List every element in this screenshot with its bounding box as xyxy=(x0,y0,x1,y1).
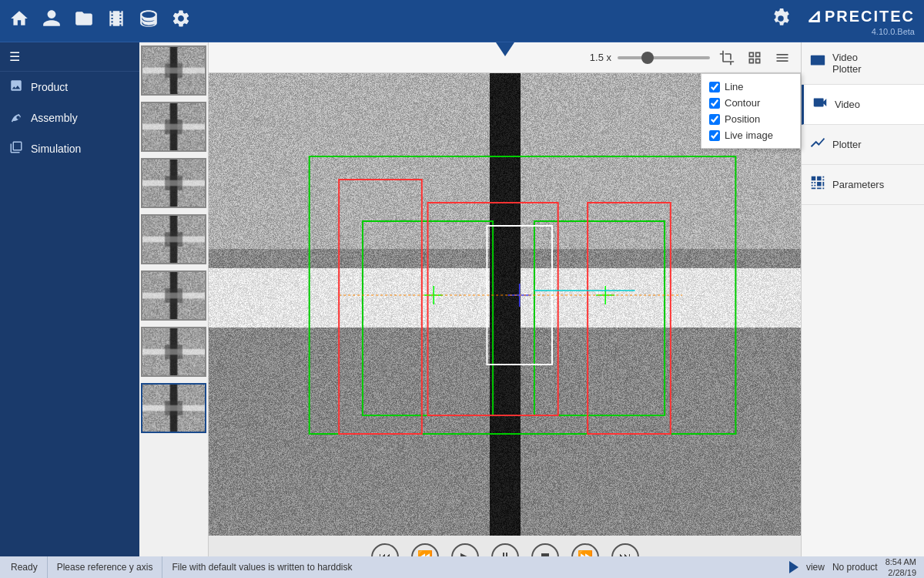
sidebar-item-assembly[interactable]: Assembly xyxy=(0,102,139,133)
sidebar-item-simulation[interactable]: Simulation xyxy=(0,133,139,164)
database-icon[interactable] xyxy=(139,8,159,33)
simulation-icon xyxy=(9,140,23,157)
thumbnail-6[interactable] xyxy=(141,383,206,433)
thumbnail-5[interactable] xyxy=(141,327,206,377)
home-icon[interactable] xyxy=(9,8,29,33)
status-reference: Please reference y axis xyxy=(48,556,163,578)
thumbnail-0[interactable] xyxy=(141,45,206,96)
live-image-label: Live image xyxy=(725,129,773,141)
status-product-label: No product xyxy=(832,562,878,573)
video-plotter-label: VideoPlotter xyxy=(832,52,862,75)
header-nav xyxy=(9,8,191,33)
settings-icon[interactable] xyxy=(171,8,191,33)
sidebar-toggle[interactable]: ☰ xyxy=(0,42,139,72)
header: ⊿ PRECITEC 4.10.0.Beta xyxy=(0,0,924,42)
sidebar-item-product-label: Product xyxy=(31,81,68,93)
zoom-slider[interactable] xyxy=(618,56,710,59)
thumbnail-1[interactable] xyxy=(141,102,206,152)
thumbnail-strip xyxy=(139,42,209,578)
main-layout: ☰ Product Assembly Simulation xyxy=(0,42,924,578)
right-panel-video[interactable]: Video xyxy=(802,85,924,125)
film-icon[interactable] xyxy=(106,8,126,33)
right-panel-video-plotter[interactable]: VideoPlotter xyxy=(802,42,924,85)
sidebar: ☰ Product Assembly Simulation xyxy=(0,42,139,578)
position-label: Position xyxy=(725,113,760,125)
logo-container: ⊿ PRECITEC 4.10.0.Beta xyxy=(806,5,915,36)
position-checkbox[interactable] xyxy=(709,114,720,125)
plotter-label: Plotter xyxy=(832,139,862,150)
thumbnail-2[interactable] xyxy=(141,158,206,208)
overlay-dropdown: Line Contour Position Live image xyxy=(701,73,801,149)
user-icon[interactable] xyxy=(42,8,62,33)
sidebar-item-assembly-label: Assembly xyxy=(31,112,78,124)
content-area: 1.5 x Line Contour xyxy=(209,42,801,578)
version-text: 4.10.0.Beta xyxy=(806,27,915,36)
status-bar: Ready Please reference y axis File with … xyxy=(0,556,924,578)
live-image-checkbox[interactable] xyxy=(709,130,720,141)
status-arrow-icon xyxy=(789,561,798,573)
video-plotter-icon xyxy=(809,53,826,74)
product-icon xyxy=(9,79,23,96)
dropdown-contour-row: Contour xyxy=(709,95,792,111)
dropdown-line-row: Line xyxy=(709,79,792,95)
crop-button[interactable] xyxy=(716,47,738,69)
logo-text: PRECITEC xyxy=(825,8,915,25)
thumbnail-4[interactable] xyxy=(141,271,206,321)
video-label: Video xyxy=(835,99,860,110)
camera-icon[interactable] xyxy=(771,8,791,33)
dropdown-position-row: Position xyxy=(709,111,792,127)
status-right: view No product 8:54 AM 2/28/19 xyxy=(789,556,916,578)
parameters-icon xyxy=(809,174,826,195)
grid-button[interactable] xyxy=(744,47,765,69)
right-panel: VideoPlotter Video Plotter Parameters xyxy=(801,42,924,578)
assembly-icon xyxy=(9,109,23,126)
contour-label: Contour xyxy=(725,97,760,109)
video-icon xyxy=(812,94,829,115)
plotter-icon xyxy=(809,134,826,155)
dropdown-liveimage-row: Live image xyxy=(709,127,792,143)
folder-icon[interactable] xyxy=(74,8,94,33)
line-checkbox[interactable] xyxy=(709,82,720,92)
status-ready: Ready xyxy=(8,556,48,578)
video-toolbar: 1.5 x Line Contour xyxy=(209,42,801,73)
right-panel-parameters[interactable]: Parameters xyxy=(802,165,924,205)
parameters-label: Parameters xyxy=(832,179,884,190)
time-display: 8:54 AM 2/28/19 xyxy=(886,556,916,578)
right-panel-plotter[interactable]: Plotter xyxy=(802,125,924,165)
menu-hamburger-icon: ☰ xyxy=(9,49,20,64)
menu-button[interactable] xyxy=(772,47,793,69)
thumbnail-3[interactable] xyxy=(141,214,206,264)
dropdown-arrow xyxy=(496,42,514,56)
sidebar-item-product[interactable]: Product xyxy=(0,72,139,102)
sidebar-item-simulation-label: Simulation xyxy=(31,143,81,155)
svg-rect-0 xyxy=(811,55,825,65)
status-file-message: File with default values is written to h… xyxy=(162,556,361,578)
contour-checkbox[interactable] xyxy=(709,98,720,109)
line-label: Line xyxy=(725,81,744,92)
status-view-label: view xyxy=(806,562,825,573)
zoom-value-label: 1.5 x xyxy=(590,52,611,63)
